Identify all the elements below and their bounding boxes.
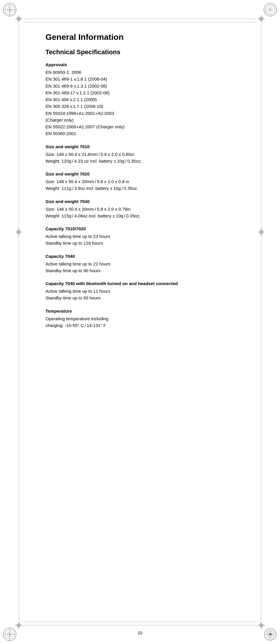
- capacity-7010-7020-title: Capacity 7010/7020: [45, 226, 251, 232]
- size-weight-7040-body: Size: 148 x 50.4 x 20mm / 5.8 x 2.0 x 0.…: [45, 206, 251, 219]
- svg-point-9: [269, 9, 271, 11]
- capacity-7040-title: Capacity 7040: [45, 253, 251, 259]
- section-capacity-7040-bluetooth: Capacity 7040 with bluetooth turned on a…: [45, 280, 251, 301]
- crosshair-bot-left: [15, 622, 22, 629]
- section-temperature: Temperature Operating temperature includ…: [45, 308, 251, 329]
- crosshair-top-left: [15, 15, 22, 22]
- border-line-top: [23, 19, 257, 19]
- border-line-top2: [23, 22, 257, 22]
- corner-ornament-bl: [2, 627, 17, 642]
- section-size-weight-7010: Size and weight 7010 Size: 148 x 50.4 x …: [45, 144, 251, 165]
- main-content: General Information Technical Specificat…: [45, 32, 251, 359]
- capacity-7010-7020-body: Active talking time up to 23 hours Stand…: [45, 233, 251, 247]
- temperature-title: Temperature: [45, 308, 251, 314]
- capacity-7040-bluetooth-title: Capacity 7040 with bluetooth turned on a…: [45, 280, 251, 287]
- crosshair-mid-right: [258, 229, 265, 236]
- section-capacity-7040: Capacity 7040 Active talking time up to …: [45, 253, 251, 274]
- approvals-body: EN 60950-1: 2006 EN 301 489-1 v.1.8.1 (2…: [45, 69, 251, 137]
- section-title: Technical Specifications: [45, 48, 251, 57]
- border-line-left: [19, 23, 19, 621]
- page-number: 10: [138, 631, 142, 635]
- section-size-weight-7040: Size and weight 7040 Size: 148 x 50.4 x …: [45, 198, 251, 219]
- corner-ornament-tr: [263, 2, 278, 17]
- size-weight-7020-title: Size and weight 7020: [45, 171, 251, 177]
- crosshair-top-right: [258, 15, 265, 22]
- approvals-title: Approvals: [45, 62, 251, 68]
- capacity-7040-bluetooth-body: Active talking time up to 11 hours Stand…: [45, 288, 251, 301]
- size-weight-7020-body: Size: 148 x 50.4 x 20mm / 5.8 x 2.0 x 0.…: [45, 178, 251, 192]
- border-line-bottom: [23, 625, 257, 625]
- corner-ornament-br: [263, 627, 278, 642]
- border-line-right: [261, 23, 261, 621]
- size-weight-7010-title: Size and weight 7010: [45, 144, 251, 150]
- page-main-title: General Information: [45, 32, 251, 42]
- page: General Information Technical Specificat…: [0, 0, 280, 644]
- crosshair-mid-left: [15, 229, 22, 236]
- size-weight-7010-body: Size: 148 x 50.4 x 21.6mm / 5.8 x 2.0 x …: [45, 151, 251, 165]
- section-approvals: Approvals EN 60950-1: 2006 EN 301 489-1 …: [45, 62, 251, 137]
- section-capacity-7010-7020: Capacity 7010/7020 Active talking time u…: [45, 226, 251, 247]
- section-size-weight-7020: Size and weight 7020 Size: 148 x 50.4 x …: [45, 171, 251, 192]
- capacity-7040-body: Active talking time up to 22 hours Stand…: [45, 260, 251, 274]
- crosshair-bot-right: [258, 622, 265, 629]
- temperature-body: Operating temperature including charging…: [45, 315, 251, 329]
- border-line-bottom2: [23, 622, 257, 622]
- size-weight-7040-title: Size and weight 7040: [45, 198, 251, 205]
- corner-ornament-tl: [2, 2, 17, 17]
